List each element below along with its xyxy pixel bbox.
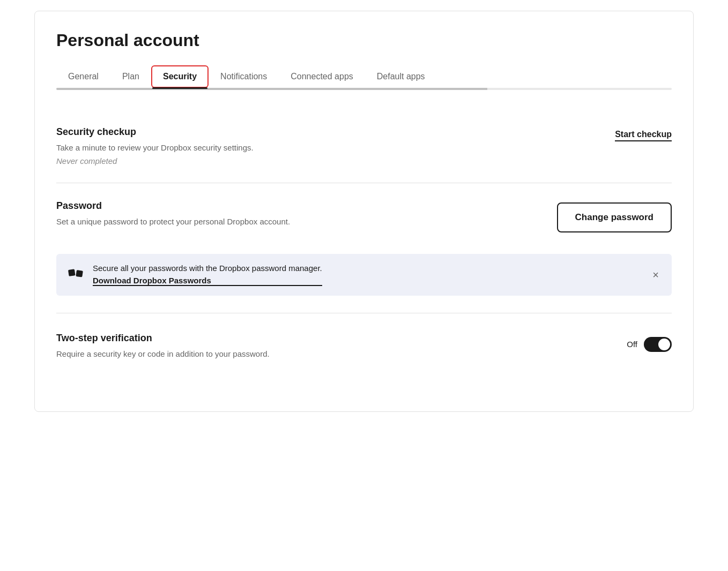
toggle-knob [658, 339, 670, 350]
password-section: Password Set a unique password to protec… [56, 183, 672, 296]
dropbox-passwords-icon [67, 265, 84, 286]
page-container: Personal account General Plan Security N… [34, 11, 694, 412]
password-title: Password [56, 200, 432, 212]
start-checkup-button[interactable]: Start checkup [615, 129, 672, 141]
password-top: Password Set a unique password to protec… [56, 200, 672, 243]
banner-main-text: Secure all your passwords with the Dropb… [93, 264, 322, 273]
svg-rect-0 [68, 269, 76, 276]
two-step-toggle[interactable] [644, 337, 672, 352]
tabs-underline [56, 88, 672, 90]
tabs-nav: General Plan Security Notifications Conn… [56, 65, 672, 88]
security-checkup-section: Security checkup Take a minute to review… [56, 109, 672, 183]
toggle-container: Off [627, 335, 672, 352]
tab-general[interactable]: General [56, 65, 110, 88]
password-left: Password Set a unique password to protec… [56, 200, 432, 230]
password-right: Change password [557, 200, 672, 232]
two-step-title: Two-step verification [56, 333, 432, 344]
tab-notifications[interactable]: Notifications [209, 65, 279, 88]
security-checkup-status: Never completed [56, 156, 432, 166]
two-step-right: Off [627, 333, 672, 352]
security-checkup-right: Start checkup [615, 126, 672, 141]
security-checkup-title: Security checkup [56, 126, 432, 138]
password-description: Set a unique password to protect your pe… [56, 216, 432, 228]
security-checkup-left: Security checkup Take a minute to review… [56, 126, 432, 166]
banner-left: Secure all your passwords with the Dropb… [67, 264, 650, 286]
banner-close-button[interactable]: × [650, 269, 661, 280]
svg-rect-1 [76, 270, 83, 277]
banner-text-block: Secure all your passwords with the Dropb… [93, 264, 322, 286]
tab-security[interactable]: Security [151, 65, 209, 88]
page-title: Personal account [56, 31, 672, 50]
two-step-left: Two-step verification Require a security… [56, 333, 432, 363]
two-step-section: Two-step verification Require a security… [56, 313, 672, 380]
tab-plan[interactable]: Plan [110, 65, 151, 88]
tab-connected-apps[interactable]: Connected apps [279, 65, 365, 88]
two-step-description: Require a security key or code in additi… [56, 348, 432, 360]
tab-default-apps[interactable]: Default apps [365, 65, 437, 88]
security-checkup-description: Take a minute to review your Dropbox sec… [56, 142, 432, 154]
change-password-button[interactable]: Change password [557, 202, 672, 232]
password-banner: Secure all your passwords with the Dropb… [56, 254, 672, 296]
toggle-label: Off [627, 340, 637, 349]
banner-download-link[interactable]: Download Dropbox Passwords [93, 276, 322, 286]
